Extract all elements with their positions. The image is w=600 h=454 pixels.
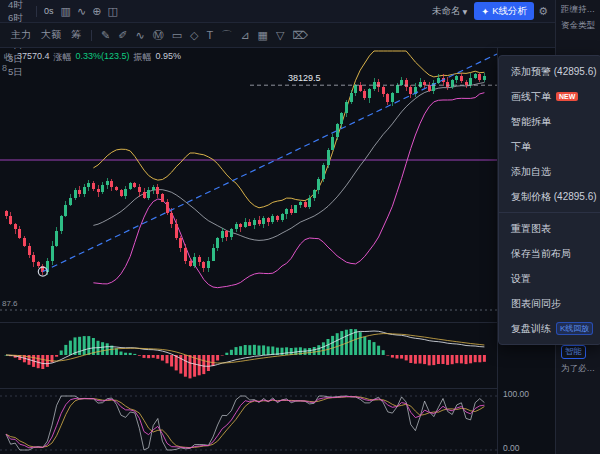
drawing-toolbar: 主力大额筹 ✎✐∿Ⓜ▭◇T⌒⊿▦▽⌦ <box>0 23 555 48</box>
timeframe-5d[interactable]: 5日 <box>4 65 32 79</box>
menu-item-reset-chart[interactable]: 重置图表 <box>499 216 600 241</box>
menu-item-line-order[interactable]: 画线下单NEW <box>499 84 600 109</box>
menu-item-settings[interactable]: 设置 <box>499 266 600 291</box>
menu-item-chart-sync[interactable]: 图表间同步 <box>499 291 600 316</box>
right-panel-top: 距缠持…资金类型 <box>556 0 600 32</box>
macd-pane <box>5 329 486 378</box>
change-label: 涨幅 <box>54 51 72 64</box>
menu-item-save-layout[interactable]: 保存当前布局 <box>499 241 600 266</box>
oscillator-high-label: 100.00 <box>503 389 529 399</box>
timeframe-4h[interactable]: 4时 <box>4 0 32 11</box>
menu-item-label: 图表间同步 <box>511 297 561 311</box>
toolbar-icon-group: ✎✐∿Ⓜ▭◇T⌒⊿▦▽⌦ <box>97 29 312 42</box>
rect-tool-icon[interactable]: ▭ <box>168 29 186 42</box>
toolbar-text-buttons: 主力大额筹 <box>6 26 86 44</box>
right-panel-line-0: 距缠持… <box>556 0 600 16</box>
menu-item-label: 保存当前布局 <box>511 247 571 261</box>
menu-item-label: 画线下单 <box>511 90 551 104</box>
magnet-icon[interactable]: ⌒ <box>217 29 236 42</box>
topbar: 分30分1时2时4时6时12时2日3日5日 0s ▥∿⊕◫ 未命名 ▾ ✦ K线… <box>0 0 555 23</box>
kline-replay-badge: K线回放 <box>556 322 593 335</box>
layout-icon[interactable]: ◫ <box>104 6 120 17</box>
brush-icon[interactable]: ✐ <box>114 29 131 42</box>
new-badge: NEW <box>556 92 578 101</box>
wave-tool-icon[interactable]: ∿ <box>131 29 148 42</box>
menu-item-place-order[interactable]: 下单 <box>499 134 600 159</box>
menu-item-smart-split[interactable]: 智能拆单 <box>499 109 600 134</box>
compare-icon[interactable]: ⊕ <box>89 6 104 17</box>
main-force-button[interactable]: 主力 <box>6 26 36 44</box>
ruler-icon[interactable]: ⊿ <box>236 29 253 42</box>
chart-area[interactable]: 38129.587.6 收 37570.4 涨幅 0.33%(123.5) 振幅… <box>0 48 555 454</box>
topbar-icon-group: ▥∿⊕◫ <box>58 6 121 17</box>
settings-gear-icon[interactable]: ⚙ <box>535 6 551 17</box>
candle-style-icon[interactable]: ▥ <box>58 6 74 17</box>
kline-analysis-label: K线分析 <box>492 5 527 18</box>
menu-item-label: 设置 <box>511 272 531 286</box>
large-order-button[interactable]: 大额 <box>36 26 66 44</box>
chips-button[interactable]: 筹 <box>66 26 86 44</box>
menu-item-label: 重置图表 <box>511 222 551 236</box>
oscillator-low-label: 0.00 <box>503 443 520 453</box>
kline-analysis-icon: ✦ <box>481 6 489 17</box>
menu-item-label: 智能拆单 <box>511 115 551 129</box>
right-panel-line-1: 资金类型 <box>556 16 600 32</box>
menu-item-label: 添加自选 <box>511 165 551 179</box>
indicator-icon[interactable]: ∿ <box>74 6 89 17</box>
smart-chip[interactable]: 智能 <box>561 345 586 359</box>
chevron-down-icon: ▾ <box>463 6 468 17</box>
menu-item-add-watchlist[interactable]: 添加自选 <box>499 159 600 184</box>
menu-item-label: 复制价格 (42895.6) <box>511 190 597 204</box>
amplitude-value: 0.95% <box>156 51 182 64</box>
menu-item-add-alert[interactable]: 添加预警 (42895.6) <box>499 59 600 84</box>
amplitude-label: 振幅 <box>134 51 152 64</box>
diamond-tool-icon[interactable]: ◇ <box>186 29 202 42</box>
oscillator-pane <box>6 396 484 450</box>
candle-countdown: 0s <box>44 6 54 16</box>
kline-analysis-button[interactable]: ✦ K线分析 <box>474 2 534 20</box>
layout-name-label: 未命名 <box>432 5 461 18</box>
timeframe-3d[interactable]: 3日 <box>4 52 32 66</box>
menu-item-label: 下单 <box>511 140 531 154</box>
filter-icon[interactable]: ▽ <box>272 29 288 42</box>
pencil-icon[interactable]: ✎ <box>97 29 114 42</box>
menu-item-label: 添加预警 (42895.6) <box>511 65 597 79</box>
candlestick-chart[interactable]: 38129.587.6 <box>0 48 497 454</box>
menu-item-label: 复盘训练 <box>511 322 551 336</box>
grid-icon[interactable]: ▦ <box>253 29 271 42</box>
divider <box>36 6 37 17</box>
layout-name-dropdown[interactable]: 未命名 ▾ <box>432 5 467 18</box>
divider <box>91 30 92 41</box>
bollinger-bands <box>93 51 484 288</box>
change-value: 0.33%(123.5) <box>76 51 130 64</box>
menu-divider <box>499 212 600 213</box>
chart-context-menu: 添加预警 (42895.6)画线下单NEW智能拆单下单添加自选复制价格 (428… <box>498 55 600 345</box>
menu-item-replay-training[interactable]: 复盘训练K线回放 <box>499 316 600 341</box>
trading-app: 分30分1时2时4时6时12时2日3日5日 0s ▥∿⊕◫ 未命名 ▾ ✦ K线… <box>0 0 600 454</box>
measure-m-icon[interactable]: Ⓜ <box>149 29 168 42</box>
menu-item-copy-price[interactable]: 复制价格 (42895.6) <box>499 184 600 209</box>
alert-line-label: 87.6 <box>2 299 18 308</box>
text-tool-icon[interactable]: T <box>203 29 218 42</box>
right-panel-note: 为了必… <box>556 359 600 375</box>
trash-icon[interactable]: ⌦ <box>288 29 312 42</box>
peak-price-label: 38129.5 <box>288 73 321 83</box>
